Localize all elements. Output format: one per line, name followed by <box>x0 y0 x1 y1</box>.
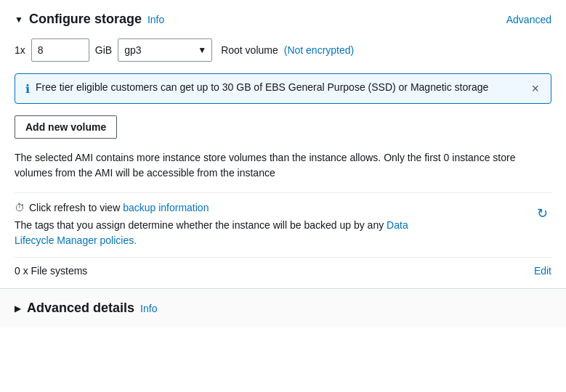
storage-config-row: 1x GiB gp3 gp2 io1 io2 st1 sc1 standard … <box>15 38 551 62</box>
backup-info-link[interactable]: backup information <box>123 202 209 213</box>
banner-text: Free tier eligible customers can get up … <box>36 81 488 93</box>
file-systems-label: 0 x File systems <box>15 265 87 277</box>
configure-storage-title: Configure storage <box>29 12 142 27</box>
banner-close-button[interactable]: × <box>530 82 541 95</box>
clock-icon: ⏱ <box>15 202 25 213</box>
backup-title-row: ⏱ Click refresh to view backup informati… <box>15 202 450 213</box>
configure-storage-header: ▼ Configure storage Info Advanced <box>15 12 551 27</box>
free-tier-banner: ℹ Free tier eligible customers can get u… <box>15 73 551 104</box>
backup-section: ⏱ Click refresh to view backup informati… <box>15 192 551 248</box>
advanced-details-toggle[interactable]: ▶ <box>15 303 21 314</box>
backup-desc-prefix: The tags that you assign determine wheth… <box>15 219 387 231</box>
backup-info: ⏱ Click refresh to view backup informati… <box>15 202 450 248</box>
configure-storage-info-link[interactable]: Info <box>147 14 164 25</box>
volume-type-select[interactable]: gp3 gp2 io1 io2 st1 sc1 standard <box>118 38 212 62</box>
backup-row: ⏱ Click refresh to view backup informati… <box>15 202 551 248</box>
ami-warning-text: The selected AMI contains more instance … <box>15 150 551 181</box>
advanced-details-section: ▶ Advanced details Info <box>0 289 566 327</box>
file-systems-edit-link[interactable]: Edit <box>534 265 551 277</box>
backup-title: Click refresh to view backup information <box>29 202 209 213</box>
advanced-details-info-link[interactable]: Info <box>140 303 157 314</box>
banner-content: ℹ Free tier eligible customers can get u… <box>25 81 488 96</box>
backup-title-prefix: Click refresh to view <box>29 202 123 213</box>
advanced-details-title: Advanced details <box>27 301 134 316</box>
volume-multiplier: 1x <box>15 44 25 56</box>
refresh-backup-button[interactable]: ↻ <box>533 202 551 225</box>
configure-storage-section: ▼ Configure storage Info Advanced 1x GiB… <box>0 0 566 289</box>
configure-storage-toggle[interactable]: ▼ <box>15 15 23 25</box>
encryption-status: (Not encrypted) <box>284 44 354 56</box>
gib-label: GiB <box>95 44 112 56</box>
file-systems-row: 0 x File systems Edit <box>15 257 551 279</box>
root-volume-label: Root volume <box>221 44 278 56</box>
banner-info-icon: ℹ <box>25 82 30 96</box>
advanced-details-header: ▶ Advanced details Info <box>15 301 551 316</box>
advanced-link[interactable]: Advanced <box>506 14 551 25</box>
backup-description: The tags that you assign determine wheth… <box>15 218 450 248</box>
section-title-left: ▼ Configure storage Info <box>15 12 164 27</box>
add-new-volume-button[interactable]: Add new volume <box>15 115 117 139</box>
volume-size-input[interactable] <box>31 38 89 62</box>
volume-type-wrapper: gp3 gp2 io1 io2 st1 sc1 standard ▼ <box>118 38 212 62</box>
